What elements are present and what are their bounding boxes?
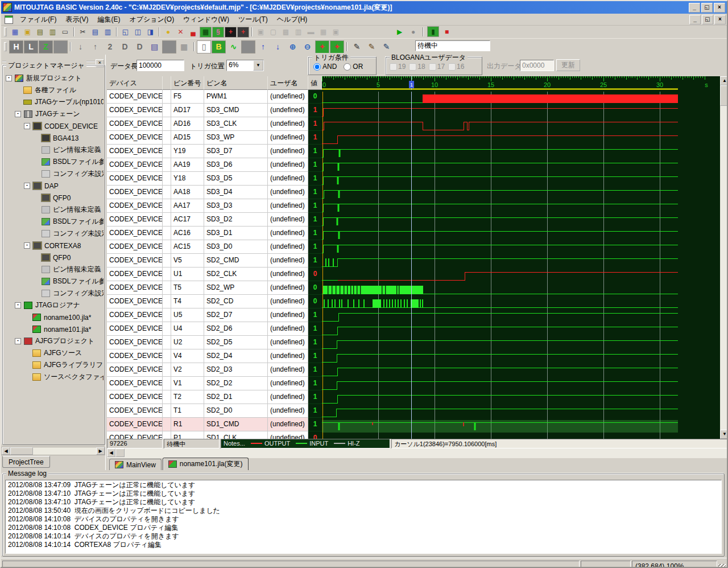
table-row[interactable]: CODEX_DEVICEAD16SD3_CLK(undefined)1 <box>107 117 322 131</box>
blank-slot2-icon[interactable] <box>241 40 255 53</box>
open-project-icon[interactable]: ▣ <box>22 27 34 38</box>
tree-expander-icon[interactable]: - <box>24 183 30 189</box>
column-header[interactable]: 値 <box>308 76 322 90</box>
cut-icon[interactable]: ✂ <box>77 27 89 38</box>
tree-item[interactable]: -JTAGロジアナ <box>5 299 104 311</box>
scroll-down-icon[interactable]: ▼ <box>720 430 728 439</box>
print-icon[interactable]: ▭ <box>59 27 71 38</box>
package-plcc-icon[interactable]: ▢ <box>267 27 279 38</box>
tree-item[interactable]: BSDLファイル参照 <box>5 216 104 228</box>
table-row[interactable]: CODEX_DEVICET5SD2_WP(undefined)0 <box>107 281 322 295</box>
tree-item[interactable]: -JTAGチェーン <box>5 108 104 120</box>
tree-item[interactable]: -CORTEXA8 <box>5 240 104 252</box>
read-vector-icon[interactable]: ↑ <box>88 40 102 53</box>
boundary-scan-icon[interactable]: ▦ <box>200 27 212 38</box>
halt-button[interactable]: ● <box>407 26 419 37</box>
set-high-icon[interactable]: H <box>9 40 23 53</box>
blogana-bit-checkbox[interactable]: 19 <box>390 63 406 71</box>
trigger-or-radio[interactable]: OR <box>344 63 363 71</box>
table-row[interactable]: CODEX_DEVICEV2SD2_D3(undefined)1 <box>107 363 322 377</box>
blogana-bit-checkbox[interactable]: 16 <box>448 63 464 71</box>
table-row[interactable]: CODEX_DEVICET4SD2_CD(undefined)0 <box>107 295 322 308</box>
toolbar-grip[interactable] <box>4 27 7 36</box>
column-header[interactable]: ユーザ名 <box>268 76 308 90</box>
tab-document[interactable]: noname101.jla(変更) <box>163 458 249 470</box>
add-device-icon[interactable]: + <box>225 27 237 38</box>
document-icon[interactable] <box>5 15 13 24</box>
tree-item[interactable]: QFP0 <box>5 252 104 264</box>
add-device-list-icon[interactable]: + <box>237 27 249 38</box>
table-row[interactable]: CODEX_DEVICEU2SD2_D5(undefined)1 <box>107 336 322 349</box>
trigger-pos-select[interactable]: 6% ▼ <box>226 60 264 71</box>
tree-item[interactable]: -DAP <box>5 180 104 192</box>
write-vector-icon[interactable]: ↓ <box>73 40 88 53</box>
table-row[interactable]: CODEX_DEVICEV4SD2_D4(undefined)1 <box>107 349 322 363</box>
minimize-button[interactable]: _ <box>689 3 700 13</box>
menu-item[interactable]: オプション(O) <box>125 14 179 26</box>
tree-item[interactable]: BSDLファイル参照 <box>5 275 104 287</box>
menu-item[interactable]: ウィンドウ(W) <box>179 14 234 26</box>
table-row[interactable]: CODEX_DEVICEP1SD1_CLK(undefined)0 <box>107 431 322 439</box>
tree-item[interactable]: BGA413 <box>5 132 104 144</box>
table-row[interactable]: CODEX_DEVICEF5PWM1(undefined)0 <box>107 90 322 104</box>
step-d2-icon[interactable]: D <box>133 40 147 53</box>
step-d-icon[interactable]: D <box>118 40 132 53</box>
restore-button[interactable]: ◱ <box>701 3 713 13</box>
waveform-plot[interactable] <box>322 92 720 439</box>
scroll-left-icon[interactable]: ◀ <box>107 448 115 457</box>
tree-item[interactable]: ソースベクタファイル <box>5 371 104 383</box>
waveform-area[interactable]: 051015202530s1 <box>322 76 720 439</box>
bram-icon[interactable]: B <box>212 40 226 53</box>
chevron-down-icon[interactable]: ▼ <box>253 60 263 71</box>
zoom-out-icon[interactable]: ⊖ <box>300 40 315 53</box>
resize-grip[interactable] <box>718 564 726 568</box>
menu-item[interactable]: ヘルプ(H) <box>272 14 312 26</box>
signal-down-icon[interactable]: ↓ <box>271 40 285 53</box>
disconnect-cable-icon[interactable]: ✕ <box>175 27 187 38</box>
paste-icon[interactable]: ▥ <box>102 27 114 38</box>
message-log-list[interactable]: 2012/08/08 13:47:09 JTAGチェーンは正常に機能しています2… <box>5 480 722 554</box>
tree-item[interactable]: QFP0 <box>5 192 104 204</box>
table-row[interactable]: CODEX_DEVICEY19SD3_D7(undefined)1 <box>107 145 322 158</box>
blogana-bit-checkbox[interactable]: 18 <box>409 63 425 71</box>
device-enable-button[interactable]: ▮ <box>427 26 439 37</box>
tree-item[interactable]: コンフィグ未設定 <box>5 168 104 180</box>
cascade-windows-icon[interactable]: ◱ <box>119 27 131 38</box>
hscroll-thumb[interactable] <box>10 447 33 455</box>
scroll-left-icon[interactable]: ◀ <box>2 447 10 455</box>
collapse-signal-icon[interactable]: ✦ <box>330 40 344 53</box>
tree-item[interactable]: -新規プロジェクト <box>5 72 104 84</box>
output-data-input[interactable] <box>520 60 554 71</box>
new-waveform-icon[interactable]: ▯ <box>197 40 211 53</box>
blogana-bit-checkbox[interactable]: 17 <box>429 63 445 71</box>
menu-item[interactable]: 編集(E) <box>93 14 125 26</box>
column-header[interactable]: ピン名 <box>204 76 268 90</box>
menu-item[interactable]: ファイル(F) <box>15 14 61 26</box>
table-row[interactable]: CODEX_DEVICEV1SD2_D2(undefined)1 <box>107 377 322 390</box>
set-off-icon[interactable] <box>53 40 68 53</box>
table-row[interactable]: CODEX_DEVICET1SD2_D0(undefined)1 <box>107 404 322 418</box>
table-row[interactable]: CODEX_DEVICER1SD1_CMD(undefined)1 <box>107 418 322 431</box>
tree-expander-icon[interactable]: - <box>24 242 30 249</box>
tree-expander-icon[interactable]: - <box>15 338 21 344</box>
log-page-icon[interactable]: ▤ <box>147 40 162 53</box>
wave-hscroll-thumb[interactable] <box>115 448 125 457</box>
data-length-input[interactable] <box>136 60 184 71</box>
toolbar-grip2[interactable] <box>4 42 7 51</box>
table-row[interactable]: CODEX_DEVICEAC16SD3_D1(undefined)1 <box>107 227 322 240</box>
stop-button[interactable]: ■ <box>441 26 453 37</box>
package-sop-icon[interactable]: ▬ <box>305 27 317 38</box>
tree-item[interactable]: noname101.jla* <box>5 323 104 335</box>
table-row[interactable]: CODEX_DEVICEAA17SD3_D3(undefined)1 <box>107 199 322 213</box>
table-row[interactable]: CODEX_DEVICEAC17SD3_D2(undefined)1 <box>107 213 322 227</box>
set-low-icon[interactable]: L <box>24 40 38 53</box>
package-dip-icon[interactable]: ▥ <box>292 27 304 38</box>
zoom-in-icon[interactable]: ⊕ <box>286 40 300 53</box>
waveform-hscrollbar[interactable]: ◀ <box>107 448 728 458</box>
tab-mainview[interactable]: MainView <box>109 459 162 470</box>
column-header[interactable]: ピン番号 <box>171 76 204 90</box>
run-status-field[interactable] <box>415 40 490 51</box>
table-row[interactable]: CODEX_DEVICEV5SD2_CMD(undefined)1 <box>107 254 322 267</box>
copy-icon[interactable]: ▤ <box>89 27 101 38</box>
scroll-up-icon[interactable]: ▲ <box>720 76 728 85</box>
